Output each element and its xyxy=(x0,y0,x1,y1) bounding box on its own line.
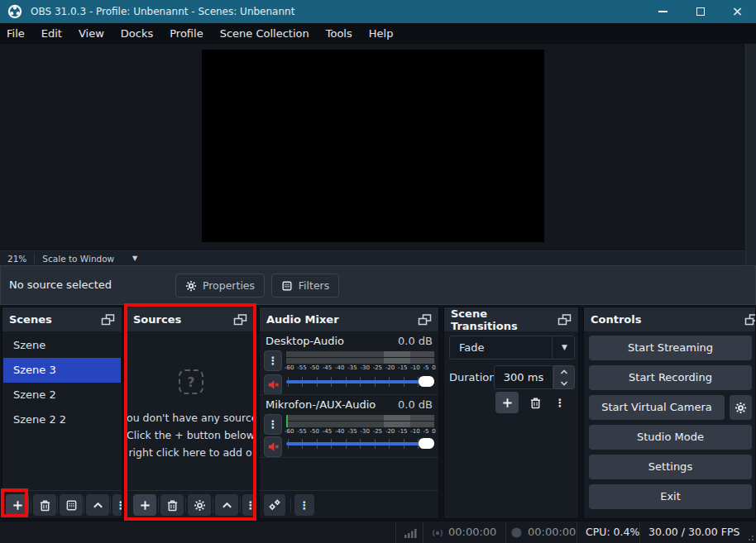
maximize-button[interactable] xyxy=(682,0,719,23)
mute-button[interactable] xyxy=(264,374,282,395)
kebab-icon: ⋮ xyxy=(246,499,256,512)
tick: -55 xyxy=(297,428,306,436)
meter-bar xyxy=(286,422,434,427)
minimize-button[interactable] xyxy=(644,0,682,23)
remove-source-button[interactable] xyxy=(160,494,184,516)
scene-item[interactable]: Szene xyxy=(3,333,121,358)
popout-icon[interactable] xyxy=(557,314,572,326)
slider-track xyxy=(286,380,434,383)
transition-select[interactable]: Fade ▼ xyxy=(449,336,575,360)
source-status-label: No source selected xyxy=(9,266,112,304)
start-streaming-button[interactable]: Start Streaming xyxy=(589,336,752,360)
properties-button[interactable]: Properties xyxy=(175,274,265,298)
sources-toolbar: ⋮ xyxy=(127,490,254,518)
start-recording-button[interactable]: Start Recording xyxy=(589,365,752,390)
slider-handle[interactable] xyxy=(419,438,434,449)
popout-icon[interactable] xyxy=(101,314,115,326)
fps-indicator: 30.00 / 30.00 FPS xyxy=(648,522,739,543)
sources-panel: Sources ? ou don't have any source Click… xyxy=(126,307,255,519)
popout-icon[interactable] xyxy=(233,314,247,326)
add-transition-button[interactable] xyxy=(495,392,519,413)
record-timer: 00:00:00 xyxy=(528,522,576,543)
move-scene-up-button[interactable] xyxy=(86,494,109,516)
trash-icon xyxy=(166,499,179,512)
scene-item[interactable]: Szene 2 xyxy=(3,383,121,407)
settings-button[interactable]: Settings xyxy=(589,455,752,479)
divider xyxy=(31,498,31,512)
spin-up-button[interactable] xyxy=(554,366,574,378)
divider xyxy=(577,522,577,543)
source-properties-button[interactable] xyxy=(188,494,211,516)
scene-item[interactable]: Szene 2 2 xyxy=(3,407,121,432)
divider xyxy=(552,336,553,359)
scene-filters-button[interactable] xyxy=(60,494,83,516)
remove-transition-button[interactable] xyxy=(524,392,547,413)
tick: -35 xyxy=(347,428,356,436)
channel-menu-button[interactable]: ⋮ xyxy=(264,350,282,371)
scene-transitions-header: Scene Transitions xyxy=(444,307,578,331)
spin-down-button[interactable] xyxy=(554,377,574,388)
mute-button[interactable] xyxy=(264,436,282,457)
connection-strength-icon xyxy=(404,526,418,539)
scenes-toolbar: ⋮ xyxy=(2,490,122,518)
scene-item-selected[interactable]: Szene 3 xyxy=(3,358,121,383)
scene-transitions-panel: Scene Transitions Fade ▼ Duration 300 ms xyxy=(443,307,579,519)
divider xyxy=(110,498,111,512)
preview-area xyxy=(0,44,745,250)
scenes-menu-button[interactable]: ⋮ xyxy=(112,494,122,516)
transition-value: Fade xyxy=(459,336,485,359)
menu-docks[interactable]: Docks xyxy=(112,23,161,44)
move-source-up-button[interactable] xyxy=(215,494,238,516)
volume-slider[interactable] xyxy=(286,376,434,388)
sources-menu-button[interactable]: ⋮ xyxy=(242,494,255,516)
kebab-icon: ⋮ xyxy=(268,418,279,431)
mixer-menu-button[interactable]: ⋮ xyxy=(294,494,314,516)
preview-canvas[interactable] xyxy=(202,50,544,242)
channel-menu-button[interactable]: ⋮ xyxy=(264,414,282,435)
menu-edit[interactable]: Edit xyxy=(33,23,70,44)
scale-mode-dropdown[interactable]: Scale to Window xyxy=(35,254,122,264)
menu-profile[interactable]: Profile xyxy=(161,23,211,44)
volume-meter xyxy=(286,351,434,364)
slider-handle[interactable] xyxy=(419,376,434,387)
advanced-audio-button[interactable] xyxy=(264,494,285,516)
title-bar: OBS 31.0.3 - Profile: Unbenannt - Scenes… xyxy=(0,0,756,23)
start-virtual-camera-button[interactable]: Start Virtual Camera xyxy=(589,395,725,420)
menu-tools[interactable]: Tools xyxy=(318,23,361,44)
audio-mixer-header: Audio Mixer xyxy=(260,307,438,331)
divider xyxy=(290,498,291,512)
close-button[interactable]: × xyxy=(719,0,756,23)
add-source-button[interactable] xyxy=(133,494,156,516)
dock-splitter[interactable] xyxy=(745,44,756,265)
meter-bar xyxy=(286,358,434,364)
menu-view[interactable]: View xyxy=(70,23,112,44)
duration-input[interactable]: 300 ms xyxy=(494,365,553,389)
exit-button[interactable]: Exit xyxy=(589,484,752,509)
duration-spinner xyxy=(553,365,575,389)
controls-header: Controls xyxy=(584,307,755,331)
meter-scale: -60-55-50-45-40-35-30-25-20-15-10-50 xyxy=(285,364,436,372)
virtual-camera-settings-button[interactable] xyxy=(730,395,752,420)
chevron-up-icon xyxy=(92,499,104,512)
menu-help[interactable]: Help xyxy=(361,23,402,44)
divider xyxy=(639,522,640,543)
add-scene-button[interactable] xyxy=(6,494,29,516)
sources-panel-header: Sources xyxy=(127,307,254,331)
chevron-down-icon: ▼ xyxy=(132,255,137,262)
filters-button[interactable]: Filters xyxy=(271,274,339,298)
obs-logo-icon xyxy=(7,4,22,19)
remove-scene-button[interactable] xyxy=(33,494,56,516)
menu-scene-collection[interactable]: Scene Collection xyxy=(212,23,318,44)
tick: -60 xyxy=(285,364,294,372)
popout-icon[interactable] xyxy=(744,314,756,326)
popout-icon[interactable] xyxy=(418,314,432,326)
volume-slider[interactable] xyxy=(286,438,434,450)
tick: -10 xyxy=(410,428,419,436)
resize-grip[interactable] xyxy=(745,532,754,541)
transition-menu-button[interactable]: ⋮ xyxy=(552,392,568,413)
menu-file[interactable]: File xyxy=(0,23,33,44)
divider xyxy=(260,394,438,395)
kebab-icon: ⋮ xyxy=(116,499,123,512)
meter-scale: -60-55-50-45-40-35-30-25-20-15-10-50 xyxy=(285,428,436,436)
studio-mode-button[interactable]: Studio Mode xyxy=(589,425,752,450)
